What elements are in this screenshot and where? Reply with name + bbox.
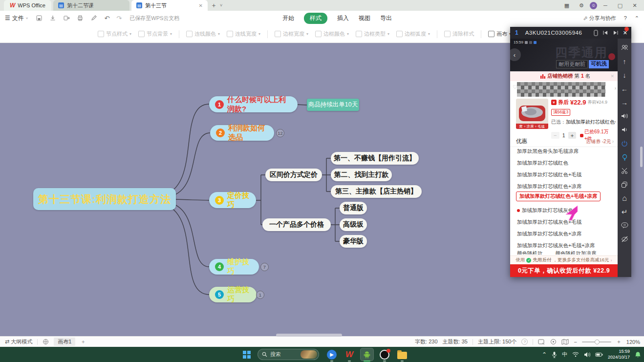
previous-device-icon[interactable] [602, 30, 608, 35]
promo-title: 优惠 [516, 138, 527, 145]
shop-coupon: 店铺券 -2元 [586, 139, 611, 144]
sku-option[interactable]: 加绒加厚款灯芯绒红色+凉席 [517, 183, 581, 190]
arrow-left-icon[interactable]: ← [621, 85, 628, 93]
phone-status-bar: 15:59 [514, 40, 537, 44]
settings-blue-icon [534, 41, 537, 44]
hot-sale-label: 店铺热销榜 [547, 73, 573, 80]
coupon-price-icon: ¥ [551, 100, 557, 105]
phone-title-bar[interactable]: 1 A3KU021C03005946 ✕ [510, 27, 631, 39]
sku-options-clipped-row[interactable]: 颜色随机款颜色随机款加凉席 [517, 250, 615, 255]
mindmap-b3-item-2[interactable]: 第二、找到主打款 [331, 169, 392, 181]
mindmap-b3-item-1[interactable]: 第一、不赚钱【用作引流】 [331, 152, 419, 165]
sku-option[interactable]: 加绒加厚款灯芯绒灰色+毛毯+凉席 [517, 242, 595, 249]
mindmap-branch-1[interactable]: 1 什么时候可以上利润款? [209, 96, 298, 112]
pay-later-footer[interactable]: 使用 ✓ 先用后付 ，更换多多支付最高减16元 › [510, 256, 618, 264]
mindmap-branch-2[interactable]: 2 利润款如何选品 [210, 125, 274, 141]
mindmap-root-node[interactable]: 第十三节课:利润款打造方法 [33, 188, 176, 210]
ranking-bars-icon [540, 74, 545, 79]
mindmap-branch-4[interactable]: 4 维护技巧 [209, 259, 259, 275]
price-value: ¥22.9 [570, 99, 586, 106]
mindmap-b3-child-multiprice[interactable]: 一个产品多个价格 [262, 218, 331, 231]
arrow-up-icon[interactable]: ↑ [623, 57, 626, 65]
branch-number-badge: 2 [216, 128, 225, 137]
phone-clock: 15:59 [514, 40, 523, 44]
node-label: 一个产品多个价格 [269, 220, 324, 229]
branch-number-badge: 3 [215, 196, 224, 205]
mindmap-version-basic[interactable]: 普通版 [340, 202, 367, 214]
collapsed-count-badge[interactable]: 7 [260, 263, 269, 271]
desktop: W WPS Office ▤ 第十二节课 ▤ 第十三节 ✕ ＋ ˅ ▦ ⚙ ☺ … [0, 0, 644, 362]
mindmap-b1-child[interactable]: 商品持续出单10天 [307, 99, 359, 111]
tag-washable: 可机洗 [589, 60, 609, 68]
price-label: 券后 [558, 99, 569, 106]
sku-option[interactable]: 加绒加厚款灯芯绒灰色+凉席 [517, 231, 581, 237]
hide-screen-eye-off-icon[interactable] [621, 235, 628, 243]
branch-number-badge: 5 [215, 290, 224, 299]
chevron-right-icon[interactable]: › [615, 85, 616, 91]
mindmap-b3-child-pricing[interactable]: 区间价方式定价 [265, 169, 322, 181]
volume-down-icon[interactable] [622, 126, 628, 134]
node-label: 第三、主推款【店主热销】 [335, 187, 417, 196]
mindmap-branch-5[interactable]: 5 运营技巧 [209, 287, 257, 302]
screen-light-bulb-icon[interactable] [622, 153, 628, 161]
video-tags: 耐用更耐脏 可机洗 [556, 60, 609, 68]
collapsed-count-badge[interactable]: 1 [256, 291, 264, 299]
product-thumbnail[interactable]: 窝＋凉席＋毛毯 [516, 99, 548, 129]
status-icon [525, 41, 528, 44]
branch-label: 利润款如何选品 [228, 124, 268, 142]
arrow-right-icon[interactable]: → [621, 98, 628, 106]
back-return-icon[interactable]: ↵ [622, 208, 628, 216]
mindmap-b3-item-3[interactable]: 第三、主推款【店主热销】 [331, 185, 422, 198]
original-price: 券前¥24.9 [588, 99, 608, 106]
next-device-icon[interactable] [613, 30, 619, 35]
chevron-right-icon: › [610, 257, 612, 263]
canvas-horizontal-scrollbar[interactable] [276, 334, 342, 337]
sku-option-selected[interactable]: 加绒加厚款灯芯绒红色+毛毯+凉席 [516, 192, 601, 201]
branch-label: 什么时候可以上利润款? [227, 95, 292, 114]
canvas-vertical-scrollbar[interactable] [640, 147, 643, 167]
chevron-right-icon: › [612, 139, 614, 144]
recording-cursor-pointer [564, 205, 580, 221]
sku-option[interactable]: 加厚款黑色骨头加毛毯凉席 [517, 148, 579, 155]
sku-option[interactable]: 加绒加厚款灯芯绒红色+毛毯 [517, 171, 581, 178]
sku-option[interactable]: 加绒加厚款灯芯绒红色 [517, 160, 568, 167]
mindmap-version-advanced[interactable]: 高级坂 [340, 218, 367, 231]
video-red-badge [608, 53, 615, 60]
notification-dot [624, 27, 629, 31]
product-video-area[interactable]: 15:59 ‹ 四季通用 耐用更耐脏 可机洗 [510, 39, 618, 71]
branch-number-badge: 4 [215, 262, 224, 271]
branch-label: 运营技巧 [227, 285, 251, 304]
node-label: 第二、找到主打款 [334, 170, 389, 179]
selected-label: 已选： [551, 119, 566, 125]
message-icon[interactable] [621, 221, 628, 230]
footer-suffix: ，更换多多支付最高减16元 [553, 257, 609, 263]
volume-up-icon[interactable] [621, 112, 628, 120]
hot-sale-banner[interactable]: 店铺热销榜 第 1 名 ✕ [510, 71, 618, 81]
branch-label: 定价技巧 [227, 191, 250, 210]
scissors-icon[interactable] [621, 167, 628, 175]
branch-label: 维护技巧 [227, 257, 253, 276]
power-icon[interactable] [621, 139, 628, 148]
banner-close-icon[interactable]: ✕ [610, 74, 614, 79]
copy-screenshot-icon[interactable] [621, 180, 628, 189]
device-id: A3KU021C03005946 [525, 30, 582, 36]
status-icon [529, 41, 532, 44]
branch-number-badge: 1 [215, 100, 224, 109]
rank-suffix: 名 [585, 73, 591, 79]
promo-header-row[interactable]: 优惠 店铺券 -2元› [510, 136, 618, 147]
back-arrow-icon[interactable]: ‹ [510, 48, 521, 61]
phone-close-icon[interactable]: ✕ [623, 30, 627, 36]
pet-bed-image [516, 99, 548, 124]
buy-now-button[interactable]: 0元下单，确认收货后付款 ¥22.9 [510, 264, 618, 277]
mindmap-branch-3[interactable]: 3 定价技巧 [209, 192, 256, 208]
collapsed-count-badge[interactable]: 12 [276, 129, 284, 137]
coupon-badge: 满56返3 [551, 109, 570, 116]
phone-screen[interactable]: 15:59 ‹ 四季通用 耐用更耐脏 可机洗 店铺热销榜 第 1 名 ✕ ♡ › [510, 39, 618, 277]
mindmap-version-deluxe[interactable]: 豪华版 [340, 235, 367, 248]
home-icon[interactable]: ⌂ [622, 194, 627, 202]
censored-product-title [517, 82, 605, 97]
rank-prefix: 第 [575, 73, 580, 79]
group-control-icon[interactable] [621, 43, 628, 52]
arrow-down-icon[interactable]: ↓ [623, 71, 626, 79]
selected-value: 加绒加厚款灯芯绒红色+毛毯… [566, 119, 616, 125]
